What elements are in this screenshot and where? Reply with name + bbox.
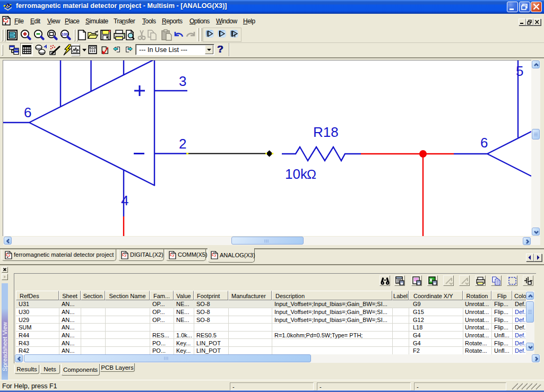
svg-text:2: 2 (179, 136, 186, 152)
svg-text:R18: R18 (313, 124, 339, 140)
svg-text:6: 6 (24, 104, 31, 120)
svg-text:Ω: Ω (307, 167, 316, 181)
svg-text:6: 6 (480, 135, 488, 151)
svg-text:3: 3 (179, 73, 186, 89)
svg-text:10k: 10k (285, 166, 308, 182)
svg-text:100: 100 (62, 32, 68, 37)
svg-text:5: 5 (516, 63, 523, 79)
svg-text:4: 4 (121, 193, 128, 208)
